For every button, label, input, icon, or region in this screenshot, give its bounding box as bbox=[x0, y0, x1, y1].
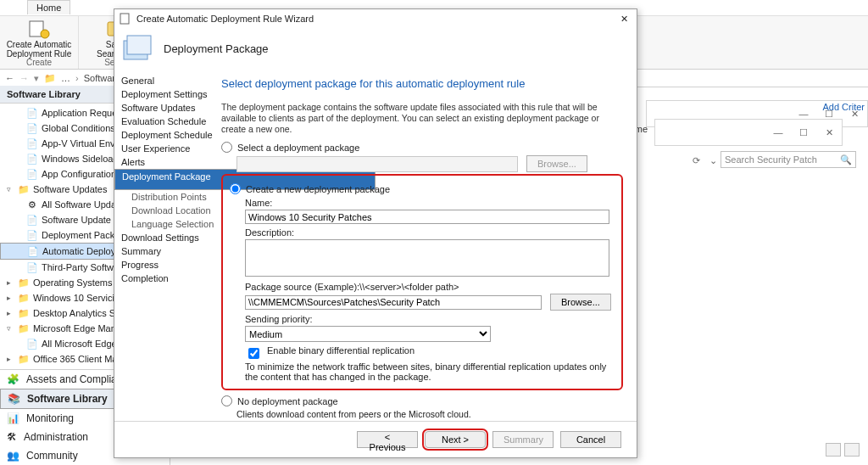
doc-icon bbox=[26, 169, 38, 179]
package-name-input[interactable] bbox=[245, 210, 609, 224]
no-package-hint: Clients download content from peers or t… bbox=[236, 409, 623, 419]
wizard-step[interactable]: User Experience bbox=[114, 142, 214, 155]
wunderbar-icon: 📚 bbox=[8, 393, 20, 405]
wunderbar-icon: 🛠 bbox=[7, 431, 17, 443]
wizard-step[interactable]: Distribution Points bbox=[114, 190, 214, 204]
wunderbar-icon: 📊 bbox=[7, 412, 19, 424]
close-icon[interactable]: ✕ bbox=[616, 14, 632, 25]
wizard-step[interactable]: Software Updates bbox=[114, 101, 214, 115]
wizard-step[interactable]: Deployment Schedule bbox=[114, 128, 214, 142]
wizard-footer: < Previous Next > Summary Cancel bbox=[114, 421, 637, 457]
folder-icon bbox=[44, 73, 56, 84]
next-button[interactable]: Next > bbox=[425, 431, 486, 448]
doc-icon bbox=[26, 262, 38, 272]
dialog-titlebar[interactable]: Create Automatic Deployment Rule Wizard … bbox=[114, 9, 637, 28]
doc-icon bbox=[27, 246, 39, 256]
source-label: Package source (Example):\\<server>\<fol… bbox=[245, 282, 615, 292]
cancel-button[interactable]: Cancel bbox=[560, 431, 621, 448]
gear-icon bbox=[26, 199, 38, 210]
intro-text: The deployment package contains the soft… bbox=[221, 102, 623, 135]
description-input[interactable] bbox=[245, 239, 609, 277]
wizard-step[interactable]: Progress bbox=[114, 258, 214, 272]
wizard-step[interactable]: Deployment Settings bbox=[114, 87, 214, 101]
svg-rect-4 bbox=[120, 14, 129, 24]
minimize-icon[interactable]: — bbox=[791, 109, 816, 120]
wunderbar-icon: 🧩 bbox=[7, 373, 19, 385]
search-icon[interactable]: 🔍 bbox=[840, 154, 852, 165]
browse-source-button[interactable]: Browse... bbox=[550, 294, 611, 311]
banner-title: Deployment Package bbox=[164, 42, 269, 55]
doc-icon bbox=[26, 138, 38, 148]
browse-existing-button: Browse... bbox=[526, 155, 587, 172]
folder-icon bbox=[18, 184, 30, 194]
rule-wizard-icon bbox=[27, 18, 51, 40]
wunderbar-icon: 👥 bbox=[7, 450, 19, 462]
adr-wizard-dialog: Create Automatic Deployment Rule Wizard … bbox=[114, 8, 637, 458]
wizard-step[interactable]: Language Selection bbox=[114, 217, 214, 231]
dialog-title: Create Automatic Deployment Rule Wizard bbox=[136, 14, 314, 24]
folder-icon bbox=[18, 323, 30, 333]
wizard-step[interactable]: Evaluation Schedule bbox=[114, 115, 214, 128]
binary-diff-label: Enable binary differential replication bbox=[267, 345, 415, 356]
wizard-step[interactable]: Alerts bbox=[114, 155, 214, 169]
breadcrumb-fwd-icon: → bbox=[19, 73, 29, 83]
add-criteria-link[interactable]: Add Criter bbox=[822, 102, 865, 112]
svg-rect-6 bbox=[127, 36, 151, 54]
breadcrumb-back-icon[interactable]: ← bbox=[5, 73, 14, 83]
radio-no-package[interactable] bbox=[221, 395, 232, 406]
description-label: Description: bbox=[245, 227, 615, 238]
view-toggle[interactable] bbox=[826, 443, 860, 457]
name-label: Name: bbox=[245, 198, 615, 208]
doc-icon bbox=[26, 339, 38, 349]
create-adr-button[interactable]: Create Automatic Deployment Rule bbox=[5, 18, 73, 59]
radio-select-package[interactable] bbox=[221, 142, 232, 153]
doc-icon bbox=[26, 154, 38, 164]
wizard-content: Select deployment package for this autom… bbox=[214, 70, 637, 422]
ribbon-tab-home[interactable]: Home bbox=[27, 0, 70, 14]
doc-icon bbox=[26, 230, 38, 240]
package-icon bbox=[121, 32, 155, 64]
wizard-step[interactable]: Download Settings bbox=[114, 231, 214, 244]
priority-label: Sending priority: bbox=[245, 314, 615, 324]
radio-no-package-label: No deployment package bbox=[237, 396, 338, 406]
existing-package-field bbox=[236, 156, 518, 172]
background-window-2: —☐✕ bbox=[654, 119, 843, 146]
previous-button[interactable]: < Previous bbox=[357, 431, 418, 448]
folder-icon bbox=[18, 308, 30, 318]
chevron-down-icon[interactable]: ⌄ bbox=[709, 155, 717, 166]
wizard-step[interactable]: Completion bbox=[114, 272, 214, 285]
wizard-steps[interactable]: GeneralDeployment SettingsSoftware Updat… bbox=[114, 70, 214, 422]
radio-create-package[interactable] bbox=[230, 183, 241, 194]
search-input[interactable]: Search Security Patch 🔍 bbox=[721, 151, 856, 168]
folder-icon bbox=[18, 293, 30, 303]
svg-point-1 bbox=[41, 30, 49, 38]
sending-priority-select[interactable]: Medium bbox=[245, 326, 491, 342]
binary-diff-checkbox[interactable] bbox=[248, 348, 259, 359]
radio-select-label: Select a deployment package bbox=[237, 143, 359, 153]
doc-icon bbox=[26, 108, 38, 118]
doc-icon bbox=[26, 123, 38, 133]
folder-icon bbox=[18, 354, 30, 364]
folder-icon bbox=[18, 277, 30, 288]
wizard-step[interactable]: Summary bbox=[114, 244, 214, 258]
wizard-step[interactable]: General bbox=[114, 74, 214, 87]
summary-button: Summary bbox=[492, 431, 554, 448]
page-heading: Select deployment package for this autom… bbox=[221, 77, 623, 90]
wizard-icon bbox=[120, 13, 131, 25]
package-source-input[interactable] bbox=[245, 295, 542, 310]
wizard-step[interactable]: Download Location bbox=[114, 204, 214, 217]
doc-icon bbox=[26, 215, 38, 225]
radio-create-label: Create a new deployment package bbox=[246, 184, 390, 194]
refresh-icon[interactable]: ⟳ bbox=[693, 155, 700, 166]
ribbon-group-create: Create bbox=[26, 58, 52, 67]
create-package-section: Create a new deployment package Name: De… bbox=[221, 174, 623, 390]
binary-diff-hint: To minimize the network traffic between … bbox=[245, 361, 615, 382]
